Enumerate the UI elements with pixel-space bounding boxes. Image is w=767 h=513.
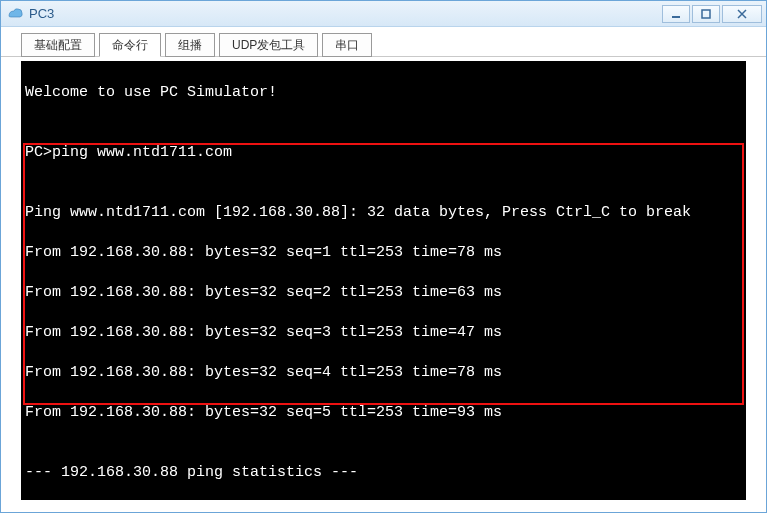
tabstrip: 基础配置 命令行 组播 UDP发包工具 串口: [1, 27, 766, 57]
terminal-line: Ping www.ntd1711.com [192.168.30.88]: 32…: [25, 203, 742, 223]
svg-rect-0: [672, 16, 680, 18]
app-window: PC3 基础配置 命令行 组播 UDP发包工具 串口 Welcome to us…: [0, 0, 767, 513]
terminal-line: From 192.168.30.88: bytes=32 seq=5 ttl=2…: [25, 403, 742, 423]
terminal-line: From 192.168.30.88: bytes=32 seq=3 ttl=2…: [25, 323, 742, 343]
window-controls: [660, 5, 762, 23]
tab-command-line[interactable]: 命令行: [99, 33, 161, 57]
terminal-container: Welcome to use PC Simulator! PC>ping www…: [1, 57, 766, 512]
tab-multicast[interactable]: 组播: [165, 33, 215, 57]
terminal-line: Welcome to use PC Simulator!: [25, 83, 742, 103]
app-icon: [7, 6, 23, 22]
minimize-button[interactable]: [662, 5, 690, 23]
terminal[interactable]: Welcome to use PC Simulator! PC>ping www…: [21, 61, 746, 500]
window-title: PC3: [29, 6, 54, 21]
close-button[interactable]: [722, 5, 762, 23]
maximize-button[interactable]: [692, 5, 720, 23]
terminal-line: From 192.168.30.88: bytes=32 seq=1 ttl=2…: [25, 243, 742, 263]
terminal-line: --- 192.168.30.88 ping statistics ---: [25, 463, 742, 483]
tab-basic-config[interactable]: 基础配置: [21, 33, 95, 57]
tab-serial[interactable]: 串口: [322, 33, 372, 57]
tab-udp-tool[interactable]: UDP发包工具: [219, 33, 318, 57]
terminal-line: PC>ping www.ntd1711.com: [25, 143, 742, 163]
terminal-line: From 192.168.30.88: bytes=32 seq=4 ttl=2…: [25, 363, 742, 383]
terminal-line: From 192.168.30.88: bytes=32 seq=2 ttl=2…: [25, 283, 742, 303]
titlebar[interactable]: PC3: [1, 1, 766, 27]
svg-rect-1: [702, 10, 710, 18]
